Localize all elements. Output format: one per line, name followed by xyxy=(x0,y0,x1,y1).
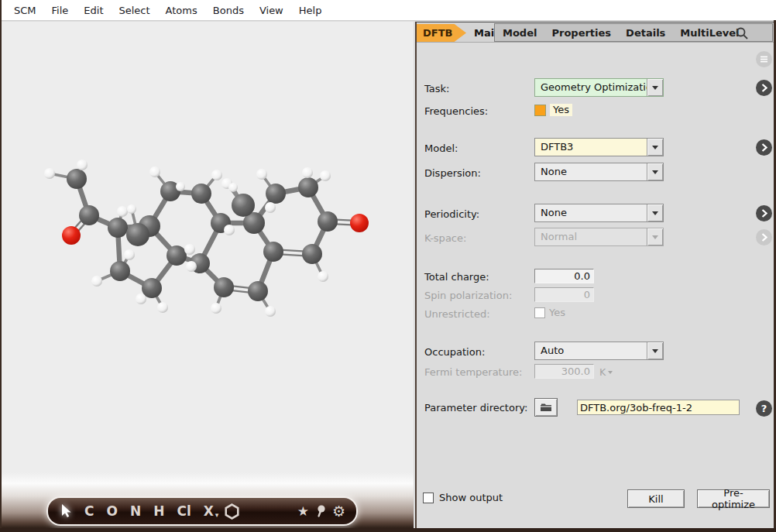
atom-h[interactable] xyxy=(91,276,102,287)
model-detail-arrow-button[interactable] xyxy=(756,139,772,156)
atom-c[interactable] xyxy=(167,245,187,266)
element-n-button[interactable]: N xyxy=(130,499,141,523)
atom-c[interactable] xyxy=(67,169,87,189)
menu-atoms[interactable]: Atoms xyxy=(158,5,205,16)
periodicity-dropdown-arrow[interactable] xyxy=(647,204,663,221)
fermi-temperature-input: 300.0 xyxy=(534,364,594,379)
atom-h[interactable] xyxy=(228,183,238,192)
parameter-directory-input[interactable]: DFTB.org/3ob-freq-1-2 xyxy=(577,400,740,415)
atom-o[interactable] xyxy=(350,214,369,232)
tab-multilevel[interactable]: MultiLevel xyxy=(680,27,739,39)
atom-h[interactable] xyxy=(157,302,168,313)
menu-scm[interactable]: SCM xyxy=(6,5,44,16)
show-output-label: Show output xyxy=(439,492,503,503)
atom-h[interactable] xyxy=(77,160,88,170)
dftb-input-panel: DFTB Main Model Properties Details Multi… xyxy=(415,22,775,528)
atom-c[interactable] xyxy=(214,277,234,297)
atom-h[interactable] xyxy=(265,202,276,213)
atom-h[interactable] xyxy=(186,261,197,272)
window-border-left xyxy=(0,0,2,532)
kspace-dropdown: Normal xyxy=(534,228,664,246)
atom-c[interactable] xyxy=(302,244,322,264)
search-icon[interactable] xyxy=(735,26,749,43)
atom-c[interactable] xyxy=(266,184,286,204)
dispersion-dropdown-arrow[interactable] xyxy=(647,163,663,180)
element-h-button[interactable]: H xyxy=(153,499,164,523)
atom-c[interactable] xyxy=(263,242,283,262)
menu-bar: SCM File Edit Select Atoms Bonds View He… xyxy=(0,0,776,21)
molecule-model[interactable] xyxy=(2,22,414,528)
atom-c[interactable] xyxy=(248,281,268,301)
tab-model[interactable]: Model xyxy=(503,27,537,39)
atom-c[interactable] xyxy=(108,218,128,238)
atom-h[interactable] xyxy=(256,169,267,180)
atom-c[interactable] xyxy=(232,194,255,217)
atom-h[interactable] xyxy=(149,166,160,177)
atom-h[interactable] xyxy=(117,206,128,217)
atom-c[interactable] xyxy=(79,205,99,225)
molecule-viewport[interactable]: C O N H Cl X ▾ ★ ⚙ xyxy=(2,22,414,528)
kill-button[interactable]: Kill xyxy=(627,489,685,508)
atom-h[interactable] xyxy=(136,293,146,304)
show-output-checkbox[interactable] xyxy=(423,493,434,503)
frequencies-checkbox[interactable] xyxy=(534,105,546,116)
element-c-button[interactable]: C xyxy=(84,499,94,523)
atom-h[interactable] xyxy=(44,168,55,179)
element-x-button[interactable]: X xyxy=(204,499,214,523)
atom-c[interactable] xyxy=(126,223,149,246)
kspace-dropdown-arrow xyxy=(647,228,663,245)
menu-select[interactable]: Select xyxy=(112,5,158,16)
menu-view[interactable]: View xyxy=(252,5,291,16)
atom-o[interactable] xyxy=(62,226,81,245)
menu-edit[interactable]: Edit xyxy=(76,5,111,16)
gear-icon[interactable]: ⚙ xyxy=(332,503,345,520)
pointer-tool-icon[interactable] xyxy=(59,503,73,519)
total-charge-label: Total charge: xyxy=(424,271,489,283)
kspace-detail-arrow-button xyxy=(756,229,772,245)
task-dropdown-arrow[interactable] xyxy=(647,79,663,96)
atom-h[interactable] xyxy=(127,204,136,214)
element-o-button[interactable]: O xyxy=(106,499,117,523)
element-cl-button[interactable]: Cl xyxy=(177,499,191,523)
fermi-temperature-label: Fermi temperature: xyxy=(424,366,522,378)
atom-h[interactable] xyxy=(302,167,313,178)
kspace-label: K-space: xyxy=(424,232,466,244)
tab-details[interactable]: Details xyxy=(626,27,665,39)
periodicity-dropdown[interactable]: None xyxy=(534,204,664,222)
menu-file[interactable]: File xyxy=(44,5,77,16)
star-icon[interactable]: ★ xyxy=(297,503,309,519)
atom-h[interactable] xyxy=(211,170,222,180)
atom-h[interactable] xyxy=(224,225,235,235)
atom-c[interactable] xyxy=(318,211,338,232)
atom-h[interactable] xyxy=(265,306,276,317)
ring-tool-icon[interactable] xyxy=(224,503,240,520)
atom-h[interactable] xyxy=(318,271,328,282)
atom-c[interactable] xyxy=(298,177,318,197)
atom-h[interactable] xyxy=(124,249,135,260)
model-dropdown[interactable]: DFTB3 xyxy=(534,138,664,156)
model-dropdown-arrow[interactable] xyxy=(647,139,663,156)
occupation-dropdown[interactable]: Auto xyxy=(534,342,664,360)
periodicity-detail-arrow-button[interactable] xyxy=(756,205,772,221)
atom-h[interactable] xyxy=(320,170,331,181)
atom-c[interactable] xyxy=(191,184,211,204)
task-detail-arrow-button[interactable] xyxy=(756,80,772,96)
menu-help[interactable]: Help xyxy=(291,5,330,16)
preoptimize-button[interactable]: Pre-optimize xyxy=(697,489,770,508)
atom-h[interactable] xyxy=(176,182,185,191)
atom-h[interactable] xyxy=(211,303,221,314)
occupation-dropdown-arrow[interactable] xyxy=(647,342,663,359)
tab-properties[interactable]: Properties xyxy=(551,27,611,39)
balloon-icon[interactable] xyxy=(314,504,327,519)
atom-c[interactable] xyxy=(110,261,130,281)
total-charge-input[interactable]: 0.0 xyxy=(534,269,594,283)
atom-h[interactable] xyxy=(184,244,195,255)
frequencies-yes-label: Yes xyxy=(550,104,572,116)
folder-browse-button[interactable] xyxy=(534,398,558,417)
parameter-help-button[interactable]: ? xyxy=(756,400,772,417)
menu-bonds[interactable]: Bonds xyxy=(205,5,252,16)
module-tab-dftb[interactable]: DFTB xyxy=(417,24,466,42)
task-dropdown[interactable]: Geometry Optimizatio xyxy=(534,78,664,97)
element-x-dropdown-caret[interactable]: ▾ xyxy=(215,511,219,519)
dispersion-dropdown[interactable]: None xyxy=(534,163,664,181)
